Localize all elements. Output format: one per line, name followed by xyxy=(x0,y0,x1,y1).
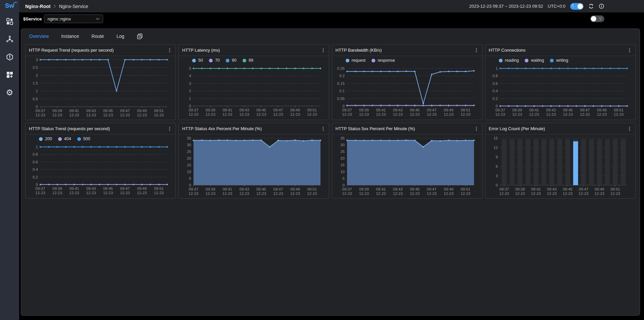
legend-dot xyxy=(525,59,528,62)
tab-route[interactable]: Route xyxy=(91,34,104,39)
svg-text:09:47: 09:47 xyxy=(427,187,436,191)
legend-item[interactable]: 500 xyxy=(77,137,90,141)
kebab-menu-icon[interactable] xyxy=(167,126,172,131)
breadcrumb-root[interactable]: Nginx-Root xyxy=(25,4,50,9)
kebab-menu-icon[interactable] xyxy=(474,126,479,131)
svg-text:1.5: 1.5 xyxy=(33,81,38,85)
legend-item[interactable]: waiting xyxy=(525,58,544,63)
svg-text:12: 12 xyxy=(493,146,498,150)
svg-text:09:51: 09:51 xyxy=(614,108,624,112)
svg-text:09:49: 09:49 xyxy=(444,187,454,191)
chart-card-http-bandwidth: HTTP Bandwidth (KB/s) requestresponse 00… xyxy=(332,44,482,120)
card-body: 0510152025303509:3712-2309:3912-2309:411… xyxy=(332,135,482,198)
chart-canvas[interactable]: 00.20.40.60.8109:3712-2309:3912-2309:411… xyxy=(27,143,171,196)
svg-text:09:51: 09:51 xyxy=(610,187,620,191)
legend-item[interactable]: response xyxy=(372,58,395,63)
legend-item[interactable]: request xyxy=(346,58,366,63)
svg-text:09:41: 09:41 xyxy=(223,187,232,191)
card-header: HTTP Status 5xx Percent Per Minute (%) xyxy=(332,123,482,135)
svg-text:09:51: 09:51 xyxy=(154,109,164,113)
theme-toggle[interactable]: ☾ xyxy=(570,3,584,10)
kebab-menu-icon[interactable] xyxy=(627,126,632,131)
svg-text:09:39: 09:39 xyxy=(206,187,215,191)
svg-text:09:45: 09:45 xyxy=(563,108,573,112)
svg-text:12-23: 12-23 xyxy=(206,112,215,116)
kebab-menu-icon[interactable] xyxy=(627,48,632,53)
kebab-menu-icon[interactable] xyxy=(321,126,326,131)
breadcrumb-current[interactable]: Nginx-Service xyxy=(59,4,88,9)
tab-overview[interactable]: Overview xyxy=(29,34,49,39)
svg-text:09:39: 09:39 xyxy=(52,109,62,113)
legend-label: response xyxy=(378,58,395,63)
view-edit-toggle[interactable]: V xyxy=(590,15,604,22)
sidebar-item-alerting[interactable] xyxy=(6,53,14,61)
svg-text:09:43: 09:43 xyxy=(86,186,96,191)
svg-text:1: 1 xyxy=(36,89,38,93)
svg-text:09:47: 09:47 xyxy=(578,187,588,191)
svg-text:12-23: 12-23 xyxy=(103,191,113,195)
card-header: HTTP Status 4xx Percent Per Minute (%) xyxy=(179,123,329,135)
legend-item[interactable]: writing xyxy=(550,58,568,63)
svg-text:5: 5 xyxy=(342,176,344,180)
svg-text:09:37: 09:37 xyxy=(189,108,199,112)
legend-item[interactable]: 90 xyxy=(226,58,237,63)
info-button[interactable] xyxy=(599,3,604,9)
refresh-button[interactable] xyxy=(588,3,594,9)
app-logo[interactable]: Sw xyxy=(5,2,14,9)
kebab-menu-icon[interactable] xyxy=(474,48,479,53)
svg-text:12-23: 12-23 xyxy=(256,192,266,196)
sidebar-item-marketplace[interactable] xyxy=(6,71,14,79)
legend-dot xyxy=(226,59,229,62)
legend-item[interactable]: 200 xyxy=(39,137,52,141)
chart-card-http-request-trend: HTTP Request Trend (requests per second)… xyxy=(25,44,176,120)
legend-item[interactable]: reading xyxy=(499,58,519,63)
svg-text:12-23: 12-23 xyxy=(307,112,317,116)
legend-item[interactable]: 404 xyxy=(58,137,71,141)
svg-text:12-23: 12-23 xyxy=(290,192,300,196)
svg-text:12-23: 12-23 xyxy=(410,192,419,196)
chart-canvas[interactable]: 00.511.522.5309:3712-2309:3912-2309:4112… xyxy=(27,56,171,118)
svg-text:09:39: 09:39 xyxy=(515,187,525,191)
chart-canvas[interactable]: 01234509:3712-2309:3912-2309:4112-2309:4… xyxy=(180,65,325,117)
chart-canvas[interactable]: 00.20.40.60.8109:3712-2309:3912-2309:411… xyxy=(487,65,631,117)
svg-text:12-23: 12-23 xyxy=(222,192,232,196)
chart-canvas[interactable]: 0369121509:3712-2309:3912-2309:4112-2309… xyxy=(487,135,631,197)
sidebar-item-dashboards[interactable] xyxy=(6,17,14,25)
svg-text:12-23: 12-23 xyxy=(222,112,232,116)
legend-item[interactable]: 99 xyxy=(243,58,253,63)
copy-dashboard-button[interactable] xyxy=(137,33,143,39)
chart-card-http-status-trend: HTTP Status Trend (requests per second) … xyxy=(25,123,176,199)
svg-text:0.6: 0.6 xyxy=(492,82,498,86)
sidebar-item-settings[interactable]: ⚙ xyxy=(6,89,14,97)
view-toggle-label: V xyxy=(599,16,602,21)
legend-dot xyxy=(372,59,375,62)
chart-canvas[interactable]: 00.050.10.150.20.2509:3712-2309:3912-230… xyxy=(334,65,478,117)
kebab-menu-icon[interactable] xyxy=(321,48,326,53)
legend-item[interactable]: 70 xyxy=(209,58,220,63)
tab-instance[interactable]: Instance xyxy=(61,34,79,39)
svg-text:09:47: 09:47 xyxy=(120,109,130,113)
svg-text:0.15: 0.15 xyxy=(337,82,344,86)
service-select[interactable]: nginx::nginx xyxy=(44,14,103,23)
svg-text:12-23: 12-23 xyxy=(120,113,130,117)
logo-swoosh-icon xyxy=(13,1,17,4)
legend-label: 99 xyxy=(249,58,253,63)
svg-text:12-23: 12-23 xyxy=(563,192,572,196)
chart-card-error-log-count: Error Log Count (Per Minute) 0369121509:… xyxy=(485,123,636,199)
svg-text:20: 20 xyxy=(340,156,345,160)
chart-canvas[interactable]: 0510152025303509:3712-2309:3912-2309:411… xyxy=(334,135,478,197)
card-title: HTTP Bandwidth (KB/s) xyxy=(336,48,382,53)
legend-item[interactable]: 50 xyxy=(192,58,203,63)
svg-text:09:47: 09:47 xyxy=(580,108,590,112)
svg-text:09:47: 09:47 xyxy=(120,186,130,191)
card-body: requestresponse 00.050.10.150.20.2509:37… xyxy=(332,56,482,120)
kebab-menu-icon[interactable] xyxy=(167,48,172,53)
alarm-hexagon-icon xyxy=(6,53,14,61)
sidebar-item-topology[interactable] xyxy=(6,35,14,43)
card-title: HTTP Status 4xx Percent Per Minute (%) xyxy=(182,126,262,131)
svg-text:09:39: 09:39 xyxy=(359,108,369,112)
chart-canvas[interactable]: 0510152025303509:3712-2309:3912-2309:411… xyxy=(180,135,325,197)
dashboard-panel: Overview Instance Route Log HTTP Request… xyxy=(21,29,640,316)
tab-log[interactable]: Log xyxy=(117,34,124,39)
time-range[interactable]: 2023-12-23 09:37 ~ 2023-12-23 09:52 xyxy=(469,4,543,9)
